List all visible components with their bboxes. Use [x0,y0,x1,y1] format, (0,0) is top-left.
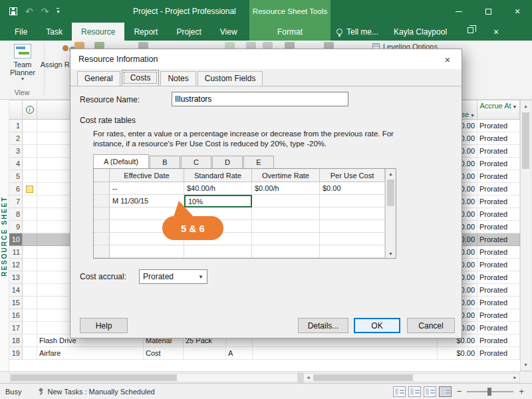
accrue-at-cell[interactable]: Prorated [477,309,520,322]
row-number-cell[interactable]: 9 [9,221,23,233]
filter-arrow-icon[interactable]: ▼ [470,113,475,118]
rate-sel-cell[interactable] [94,207,110,220]
indicator-cell[interactable] [23,196,37,208]
indicator-cell[interactable] [23,170,37,183]
accrue-at-cell[interactable]: Prorated [477,322,520,334]
rate-table-row[interactable] [94,207,396,220]
accrue-at-cell[interactable]: Prorated [477,221,520,233]
tab-general[interactable]: General [77,71,120,86]
indicator-cell[interactable] [23,221,37,233]
indicator-cell[interactable] [23,284,37,297]
rate-per-cell[interactable]: $0.00 [320,182,385,195]
scroll-left-icon[interactable]: ◄ [306,375,311,380]
accrue-at-cell[interactable]: Prorated [477,132,520,145]
rate-ovt-cell[interactable] [252,207,320,220]
accrue-at-cell[interactable]: Prorated [477,170,520,183]
zoom-in-icon[interactable]: + [516,386,527,396]
tab-view[interactable]: View [211,23,247,41]
rate-table-row[interactable] [94,220,396,233]
indicator-cell[interactable] [23,309,37,322]
dialog-close-button[interactable]: × [434,49,462,69]
indicator-cell[interactable] [23,347,37,360]
horizontal-scrollbar-thumb[interactable] [11,374,177,381]
vertical-scrollbar-thumb[interactable] [522,112,529,169]
cost-use-cell[interactable]: $0.00 [438,347,477,360]
accrue-at-cell[interactable]: Prorated [477,246,520,259]
tab-report[interactable]: Report [124,23,167,41]
row-number-cell[interactable]: 13 [9,271,23,284]
accrue-at-cell[interactable]: Prorated [477,183,520,196]
rate-tab-c[interactable]: C [181,156,211,169]
row-number-cell[interactable]: 14 [9,284,23,297]
filler-cell[interactable] [253,347,438,360]
rate-table-row[interactable] [94,245,396,258]
scroll-up-icon[interactable]: ▲ [521,101,531,111]
accrue-at-cell[interactable]: Prorated [477,233,520,246]
rate-ovt-cell[interactable] [252,195,320,207]
effective-date-header[interactable]: Effective Date [110,169,184,182]
tab-file[interactable]: File [5,23,37,41]
resource-name-input[interactable] [172,92,348,106]
rate-per-cell[interactable] [320,245,385,258]
accrue-at-cell[interactable]: Prorated [477,259,520,271]
accrue-at-cell[interactable]: Prorated [477,297,520,309]
team-planner-button[interactable]: Team Planner ▾ [4,44,41,82]
rate-ovt-cell[interactable] [252,233,320,245]
tab-project[interactable]: Project [167,23,210,41]
save-icon[interactable] [9,7,17,15]
close-ribbon-button[interactable]: × [493,23,499,41]
scroll-up-icon[interactable]: ▲ [386,169,396,178]
row-number-cell[interactable]: 19 [9,347,23,360]
zoom-out-icon[interactable]: − [454,386,465,396]
rate-sel-cell[interactable] [94,233,110,245]
row-number-cell[interactable]: 3 [9,145,23,158]
task-usage-view-icon[interactable] [408,386,421,397]
filter-arrow-icon[interactable]: ▼ [513,104,517,109]
rate-std-cell[interactable]: $40.00/h [184,182,252,195]
accrue-at-cell[interactable]: Prorated [477,158,520,170]
row-number-cell[interactable]: 5 [9,170,23,183]
accrue-at-cell[interactable]: Prorated [477,271,520,284]
row-number-cell[interactable]: 11 [9,246,23,259]
rate-table-row[interactable] [94,233,396,245]
redo-icon[interactable]: ↷ [41,7,49,16]
indicator-cell[interactable] [23,208,37,221]
signed-in-user[interactable]: Kayla Claypool [394,23,447,41]
indicator-column-header[interactable]: i [23,100,37,120]
scroll-down-icon[interactable]: ▼ [386,249,396,258]
rate-per-cell[interactable] [320,233,385,245]
standard-rate-header[interactable]: Standard Rate [184,169,252,182]
indicator-cell[interactable] [23,158,37,170]
row-number-cell[interactable]: 6 [9,183,23,196]
material-label-cell[interactable] [184,347,226,360]
rate-tab-e[interactable]: E [243,156,274,169]
minimize-button[interactable] [444,0,473,23]
maximize-button[interactable] [473,0,503,23]
indicator-cell[interactable] [23,120,37,132]
accrue-at-cell[interactable]: Prorated [477,120,520,132]
type-cell[interactable]: Cost [144,347,184,360]
zoom-slider[interactable] [467,391,513,392]
dialog-title-bar[interactable]: Resource Information [70,49,462,69]
tab-resource[interactable]: Resource [72,23,124,41]
rate-sel-cell[interactable] [94,220,110,233]
row-number-header[interactable] [9,100,23,120]
row-number-cell[interactable]: 18 [9,334,23,347]
horizontal-scrollbar-right[interactable]: ◄ ► [303,373,520,382]
row-number-cell[interactable]: 12 [9,259,23,271]
accrue-at-column-header[interactable]: Accrue At▼ [477,100,520,120]
ok-button[interactable]: OK [354,318,400,333]
new-tasks-status[interactable]: New Tasks : Manually Scheduled [37,388,154,396]
tab-notes[interactable]: Notes [160,71,196,86]
rate-eff-cell[interactable]: -- [110,182,184,195]
row-number-cell[interactable]: 10 [9,233,23,246]
row-number-cell[interactable]: 16 [9,309,23,322]
indicator-cell[interactable] [23,233,37,246]
rate-sel-cell[interactable] [94,195,110,207]
close-button[interactable]: × [503,0,532,23]
per-use-cost-header[interactable]: Per Use Cost [320,169,385,182]
rate-ovt-cell[interactable] [252,245,320,258]
row-number-cell[interactable]: 15 [9,297,23,309]
indicator-cell[interactable] [23,145,37,158]
rate-table-row[interactable]: M 11/30/1510% [94,195,396,207]
